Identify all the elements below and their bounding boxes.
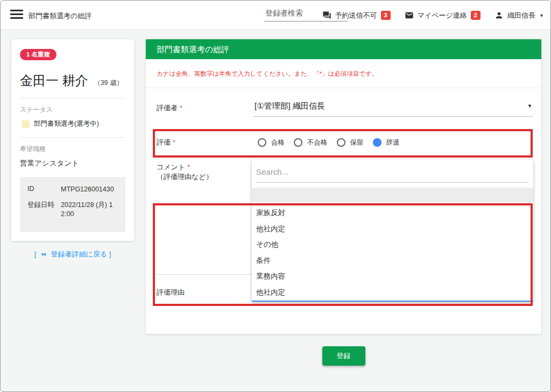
hamburger-menu-icon[interactable]	[10, 10, 23, 20]
meta-row-id: ID MTPG126001430	[27, 185, 118, 194]
form-note: カナは全角、英数字は半角で入力してください。また、「*」は必須項目です。	[146, 59, 541, 88]
notification-badge: 3	[381, 11, 391, 19]
evaluator-label: 評価者*	[146, 103, 253, 113]
required-mark: *	[180, 104, 182, 112]
radio-icon	[294, 138, 302, 147]
nav-reservation-undeliverable[interactable]: 予約送信不可 3	[322, 11, 391, 20]
evaluation-form-card: 部門書類選考の総評 カナは全角、英数字は半角で入力してください。また、「*」は必…	[146, 39, 541, 334]
desired-job-label: 希望職種	[20, 145, 125, 154]
forum-icon	[322, 11, 331, 20]
status-color-swatch	[22, 120, 30, 128]
chevron-down-icon: ▾	[540, 12, 543, 18]
radio-icon	[337, 138, 345, 147]
notification-badge: 2	[471, 11, 481, 19]
duplicate-badge[interactable]: 1 名重複	[20, 49, 56, 60]
comment-sublabel: （評価理由など）	[157, 172, 213, 182]
radio-icon	[258, 138, 266, 147]
user-name: 織田信長	[507, 11, 535, 20]
user-menu[interactable]: 織田信長 ▾	[495, 11, 543, 20]
evaluator-selected-value: [①管理部] 織田信長	[255, 101, 325, 110]
top-bar: 部門書類選考の総評 予約送信不可 3 マイページ連絡 2	[1, 1, 550, 30]
candidate-meta-box: ID MTPG126001430 登録日時 2022/11/28 (月) 12:…	[20, 177, 125, 232]
divider	[20, 137, 125, 138]
dropdown-options-list: 家族反対 他社内定 その他 条件 業務内容 他社内定	[252, 205, 533, 300]
bracket: ]	[109, 250, 111, 258]
select-caret-icon: ▼	[527, 103, 532, 109]
dropdown-option[interactable]: その他	[252, 237, 533, 253]
comment-dropdown-panel: 家族反対 他社内定 その他 条件 業務内容 他社内定	[252, 160, 533, 302]
meta-row-registered: 登録日時 2022/11/28 (月) 12:00	[27, 201, 118, 219]
rewind-icon	[40, 251, 47, 258]
row-divider	[157, 274, 252, 275]
nav-label: マイページ連絡	[418, 11, 467, 20]
radio-hold[interactable]: 保留	[337, 138, 364, 147]
comment-label: コメント* （評価理由など）	[157, 162, 213, 182]
radio-fail[interactable]: 不合格	[294, 138, 328, 147]
candidate-name-row: 金田一 耕介 （39 歳）	[20, 72, 125, 89]
radio-decline[interactable]: 辞退	[373, 138, 400, 147]
rating-label: 評価*	[146, 138, 253, 147]
reason-label: 評価理由	[157, 288, 185, 297]
radio-icon-selected	[373, 138, 382, 147]
status-label: ステータス	[20, 105, 125, 115]
candidate-name: 金田一 耕介	[20, 73, 88, 88]
meta-label: ID	[27, 185, 61, 194]
page-title: 部門書類選考の総評	[29, 11, 91, 21]
dropdown-search-input[interactable]	[256, 163, 529, 183]
dropdown-option[interactable]: 他社内定	[252, 284, 533, 301]
dropdown-option[interactable]: 家族反対	[252, 205, 533, 221]
dropdown-search	[256, 163, 529, 183]
submit-button[interactable]: 登録	[322, 346, 365, 366]
radio-pass[interactable]: 合格	[258, 138, 285, 147]
meta-value: 2022/11/28 (月) 12:00	[61, 201, 118, 219]
status-row: 部門書類選考(選考中)	[22, 119, 125, 129]
nav-mypage-contact[interactable]: マイページ連絡 2	[405, 11, 481, 20]
candidate-summary-card: 1 名重複 金田一 耕介 （39 歳） ステータス 部門書類選考(選考中) 希望…	[11, 39, 134, 241]
dropdown-option[interactable]: 他社内定	[252, 221, 533, 237]
evaluator-select[interactable]: [①管理部] 織田信長 ▼	[253, 100, 533, 117]
rating-radio-group: 合格 不合格 保留 辞退	[253, 138, 400, 147]
submit-row: 登録	[146, 346, 541, 366]
dropdown-option-empty[interactable]	[252, 188, 533, 202]
dropdown-option[interactable]: 条件	[252, 253, 533, 269]
form-title: 部門書類選考の総評	[146, 39, 541, 59]
back-to-detail-link[interactable]: [ 登録者詳細に戻る ]	[11, 250, 134, 259]
status-value: 部門書類選考(選考中)	[34, 119, 99, 129]
required-mark: *	[173, 139, 175, 146]
top-nav: 予約送信不可 3 マイページ連絡 2 織田信長 ▾	[322, 1, 543, 30]
candidate-age: （39 歳）	[94, 79, 123, 87]
back-link-label: 登録者詳細に戻る	[51, 250, 108, 258]
meta-value: MTPG126001430	[61, 185, 118, 194]
divider	[20, 98, 125, 98]
person-icon	[495, 11, 504, 20]
required-mark: *	[187, 163, 190, 171]
meta-label: 登録日時	[27, 201, 61, 219]
app-window: 部門書類選考の総評 予約送信不可 3 マイページ連絡 2	[0, 0, 551, 392]
mail-icon	[405, 11, 414, 20]
desired-job-value: 営業アシスタント	[20, 159, 125, 168]
nav-label: 予約送信不可	[335, 11, 377, 20]
dropdown-option[interactable]: 業務内容	[252, 268, 533, 284]
rating-row: 評価* 合格 不合格 保留 辞退	[146, 128, 541, 157]
bracket: [	[34, 250, 37, 258]
evaluator-row: 評価者* [①管理部] 織田信長 ▼	[146, 88, 541, 128]
